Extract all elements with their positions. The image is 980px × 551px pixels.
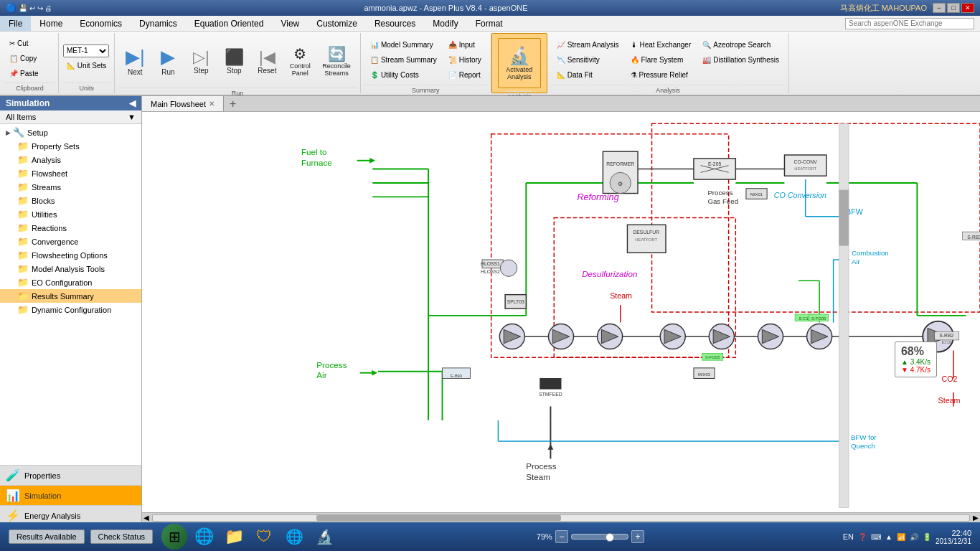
start-button[interactable]: ⊞ — [161, 524, 187, 550]
stream-summary-button[interactable]: 📋 Stream Summary — [367, 52, 440, 67]
heat-exchanger-button[interactable]: 🌡 Heat Exchanger — [627, 37, 695, 52]
control-panel-button[interactable]: ⚙ ControlPanel — [284, 36, 316, 86]
convergence-folder-icon: 📁 — [17, 236, 29, 247]
nav-eo-configuration[interactable]: 📁 EO Configuration — [0, 276, 141, 289]
cut-button[interactable]: ✂Cut — [6, 36, 32, 50]
reset-icon: |◀ — [259, 48, 275, 67]
nav-setup[interactable]: ▶ 🔧 Setup — [0, 126, 141, 139]
next-button[interactable]: ▶| Next — [119, 36, 151, 86]
model-summary-button[interactable]: 📊 Model Summary — [367, 37, 440, 52]
nav-utilities[interactable]: 📁 Utilities — [0, 207, 141, 221]
data-fit-button[interactable]: 📐 Data Fit — [553, 67, 623, 82]
menu-resources[interactable]: Resources — [366, 16, 424, 31]
zoom-percent: 79% — [537, 532, 552, 541]
reset-button[interactable]: |◀ Reset — [251, 36, 283, 86]
results-available-button[interactable]: Results Available — [9, 529, 85, 544]
units-selector[interactable]: MET-1 — [63, 44, 109, 57]
minimize-button[interactable]: − — [933, 3, 946, 13]
nav-tree[interactable]: ▶ 🔧 Setup 📁 Property Sets 📁 Analysis 📁 F… — [0, 124, 141, 465]
menu-dynamics[interactable]: Dynamics — [131, 16, 186, 31]
report-button[interactable]: 📄 Report — [445, 67, 485, 82]
nav-flowsheeting-options[interactable]: 📁 Flowsheeting Options — [0, 248, 141, 262]
menu-economics[interactable]: Economics — [71, 16, 131, 31]
main-flowsheet-tab[interactable]: Main Flowsheet ✕ — [142, 96, 224, 111]
zoom-slider-thumb[interactable] — [606, 533, 614, 542]
menu-format[interactable]: Format — [467, 16, 512, 31]
nav-results-summary[interactable]: 📁 Results Summary — [0, 289, 141, 303]
close-button[interactable]: ✕ — [961, 3, 974, 13]
main-tabs: Main Flowsheet ✕ + — [142, 96, 980, 112]
collapse-panel-button[interactable]: ◀ — [129, 98, 136, 108]
nav-flowsheet[interactable]: 📁 Flowsheet — [0, 166, 141, 180]
up-arrow-icon: ▲ — [901, 358, 908, 366]
windows-logo-icon: ⊞ — [169, 528, 181, 545]
horizontal-scrollbar[interactable]: ◀ ▶ — [142, 512, 980, 522]
utility-costs-button[interactable]: 💲 Utility Costs — [367, 67, 440, 82]
scroll-track[interactable] — [152, 514, 970, 522]
distillation-synthesis-button[interactable]: 🏭 Distillation Synthesis — [699, 52, 783, 67]
input-icon: 📥 — [448, 41, 457, 49]
zoom-out-button[interactable]: − — [555, 530, 568, 543]
svg-text:CO2: CO2 — [941, 375, 957, 383]
flowsheet-canvas[interactable]: REFORMER ⚙ E-205 CO-CONV HEATFORT DESULF… — [142, 112, 980, 512]
paste-button[interactable]: 📌Paste — [6, 66, 42, 80]
zoom-slider-track[interactable] — [571, 534, 628, 540]
stream-analysis-button[interactable]: 📈 Stream Analysis — [553, 37, 623, 52]
nav-model-analysis-tools[interactable]: 📁 Model Analysis Tools — [0, 262, 141, 276]
control-panel-label: ControlPanel — [290, 62, 311, 77]
sensitivity-button[interactable]: 📉 Sensitivity — [553, 52, 623, 67]
nav-streams[interactable]: 📁 Streams — [0, 180, 141, 194]
unit-sets-button[interactable]: 📐 Unit Sets — [63, 59, 110, 73]
input-button[interactable]: 📥 Input — [445, 37, 485, 52]
close-flowsheet-tab[interactable]: ✕ — [209, 100, 215, 108]
taskbar-ie-button[interactable]: 🌐 — [190, 525, 217, 548]
flowsheet-nav-label: Flowsheet — [32, 169, 67, 178]
check-status-button[interactable]: Check Status — [90, 529, 153, 544]
activated-analysis-button[interactable]: 🔬 ActivatedAnalysis — [498, 38, 541, 88]
search-input[interactable] — [845, 18, 974, 29]
svg-text:REFORMER: REFORMER — [606, 161, 634, 166]
history-button[interactable]: 📜 History — [445, 52, 485, 67]
nav-property-sets[interactable]: 📁 Property Sets — [0, 139, 141, 153]
menu-home[interactable]: Home — [31, 16, 71, 31]
menu-customize[interactable]: Customize — [308, 16, 366, 31]
taskbar-symantec-button[interactable]: 🛡 — [250, 525, 278, 548]
stop-button[interactable]: ⬛ Stop — [218, 36, 250, 86]
flare-system-button[interactable]: 🔥 Flare System — [627, 52, 695, 67]
nav-analysis[interactable]: 📁 Analysis — [0, 153, 141, 166]
azeotrope-icon: 🔍 — [702, 41, 711, 49]
step-button[interactable]: ▷| Step — [185, 36, 217, 86]
nav-convergence[interactable]: 📁 Convergence — [0, 235, 141, 248]
arrow-icon[interactable]: ▲ — [885, 533, 892, 541]
window-controls[interactable]: − □ ✕ — [933, 3, 974, 13]
scroll-left-button[interactable]: ◀ — [143, 514, 149, 522]
menu-view[interactable]: View — [272, 16, 308, 31]
menu-modify[interactable]: Modify — [424, 16, 466, 31]
svg-text:S-RB2: S-RB2 — [939, 333, 953, 338]
menu-equation-oriented[interactable]: Equation Oriented — [186, 16, 273, 31]
nav-dynamic-configuration[interactable]: 📁 Dynamic Configuration — [0, 303, 141, 316]
scroll-right-button[interactable]: ▶ — [973, 514, 979, 522]
run-button[interactable]: ▶ Run — [152, 36, 184, 86]
azeotrope-search-button[interactable]: 🔍 Azeotrope Search — [699, 37, 783, 52]
taskbar-aspen-button[interactable]: 🔬 — [311, 525, 338, 548]
scroll-thumb[interactable] — [316, 515, 561, 521]
menu-file[interactable]: File — [0, 16, 31, 31]
add-tab-button[interactable]: + — [224, 98, 242, 110]
taskbar-network-button[interactable]: 🌐 — [281, 525, 308, 548]
properties-tab-label: Properties — [24, 471, 60, 480]
copy-icon: 📋 — [9, 55, 18, 62]
dropdown-icon[interactable]: ▼ — [128, 113, 136, 121]
language-indicator: EN — [843, 532, 854, 541]
copy-button[interactable]: 📋Copy — [6, 51, 40, 65]
nav-blocks[interactable]: 📁 Blocks — [0, 194, 141, 207]
reconcile-streams-button[interactable]: 🔄 ReconcileStreams — [317, 36, 356, 86]
pressure-relief-button[interactable]: ⚗ Pressure Relief — [627, 67, 695, 82]
taskbar-explorer-button[interactable]: 📁 — [220, 525, 248, 548]
activated-analysis-group: 🔬 ActivatedAnalysis Analysis — [491, 33, 547, 93]
maximize-button[interactable]: □ — [947, 3, 960, 13]
zoom-in-button[interactable]: + — [631, 530, 644, 543]
nav-reactions[interactable]: 📁 Reactions — [0, 221, 141, 235]
properties-tab[interactable]: 🧪 Properties — [0, 465, 141, 485]
simulation-tab[interactable]: 📊 Simulation — [0, 485, 141, 505]
